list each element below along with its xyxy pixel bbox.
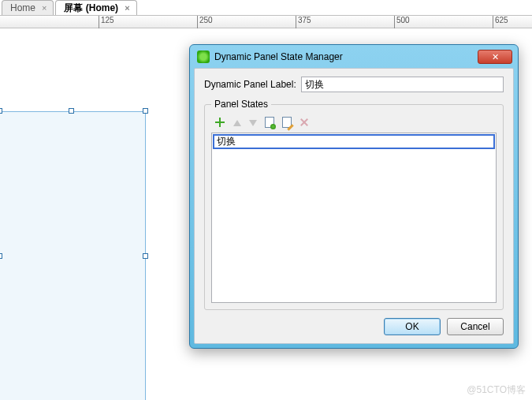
panel-states-group: Panel States	[204, 99, 504, 310]
selection-handle[interactable]	[69, 108, 74, 114]
cancel-button[interactable]: Cancel	[447, 318, 504, 335]
window-close-button[interactable]: ✕	[478, 50, 512, 64]
document-tabstrip: Home × 屏幕 (Home) ×	[0, 0, 532, 16]
dynamic-panel-state-manager-dialog: Dynamic Panel State Manager ✕ Dynamic Pa…	[189, 44, 519, 349]
selection-handle[interactable]	[143, 253, 148, 259]
ruler-tick: 375	[296, 16, 311, 28]
selection-handle[interactable]	[143, 108, 148, 114]
tab-screen-home[interactable]: 屏幕 (Home) ×	[55, 0, 136, 15]
tab-home[interactable]: Home ×	[2, 0, 54, 15]
tab-label: 屏幕 (Home)	[64, 2, 118, 15]
close-icon: ✕	[492, 53, 499, 62]
selection-handle[interactable]	[0, 253, 2, 259]
dialog-title: Dynamic Panel State Manager	[210, 51, 478, 62]
dialog-titlebar[interactable]: Dynamic Panel State Manager ✕	[194, 49, 514, 68]
panel-states-list[interactable]	[211, 133, 497, 303]
watermark: @51CTO博客	[467, 383, 526, 397]
ruler-tick: 500	[394, 16, 410, 28]
tab-label: Home	[10, 2, 35, 13]
state-name-edit-input[interactable]	[213, 134, 495, 149]
add-icon[interactable]	[214, 117, 225, 128]
dialog-body: Dynamic Panel Label: Panel States OK Can…	[194, 68, 514, 344]
move-down-icon	[249, 120, 257, 126]
ok-button[interactable]: OK	[384, 318, 441, 335]
panel-label-caption: Dynamic Panel Label:	[204, 79, 296, 90]
horizontal-ruler: 125 250 375 500 625 750	[0, 16, 532, 28]
panel-states-toolbar	[211, 114, 497, 133]
close-icon[interactable]: ×	[42, 3, 47, 13]
move-up-icon	[233, 120, 241, 126]
selection-handle[interactable]	[0, 108, 2, 114]
edit-icon[interactable]	[282, 117, 292, 128]
close-icon[interactable]: ×	[125, 3, 129, 13]
ruler-tick: 125	[99, 16, 114, 28]
ruler-tick: 625	[493, 16, 508, 28]
panel-label-input[interactable]	[301, 77, 504, 92]
selected-dynamic-panel[interactable]	[0, 111, 146, 400]
dialog-button-row: OK Cancel	[204, 318, 504, 335]
delete-icon	[299, 118, 309, 127]
duplicate-icon[interactable]	[265, 117, 274, 128]
panel-states-legend: Panel States	[211, 99, 271, 110]
ruler-tick: 250	[197, 16, 213, 28]
app-icon	[197, 50, 210, 63]
